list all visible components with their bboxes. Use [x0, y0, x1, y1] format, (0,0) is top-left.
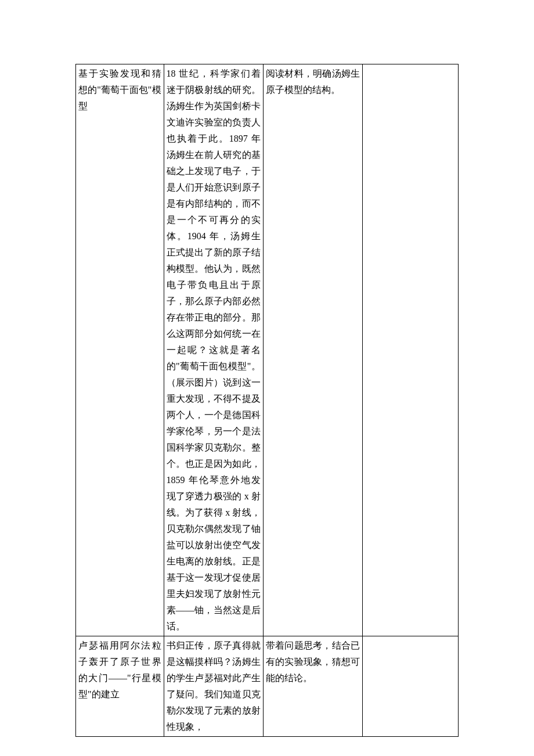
table-row: 基于实验发现和猜想的"葡萄干面包"模型 18 世纪，科学家们着迷于阴极射线的研究… [76, 64, 459, 636]
cell-topic: 基于实验发现和猜想的"葡萄干面包"模型 [76, 64, 164, 636]
cell-notes [363, 64, 459, 636]
lesson-table: 基于实验发现和猜想的"葡萄干面包"模型 18 世纪，科学家们着迷于阴极射线的研究… [75, 64, 459, 737]
cell-text: 卢瑟福用阿尔法粒子轰开了原子世界的大门——"行星模型"的建立 [78, 638, 161, 703]
table-row: 卢瑟福用阿尔法粒子轰开了原子世界的大门——"行星模型"的建立 书归正传，原子真得… [76, 636, 459, 737]
cell-text: 阅读材料，明确汤姆生原子模型的结构。 [266, 66, 360, 98]
document-page: 基于实验发现和猜想的"葡萄干面包"模型 18 世纪，科学家们着迷于阴极射线的研究… [0, 0, 534, 756]
cell-topic: 卢瑟福用阿尔法粒子轰开了原子世界的大门——"行星模型"的建立 [76, 636, 164, 737]
cell-text: 18 世纪，科学家们着迷于阴极射线的研究。汤姆生作为英国剑桥卡文迪许实验室的负责… [167, 66, 261, 635]
cell-teacher-activity: 书归正传，原子真得就是这幅摸样吗？汤姆生的学生卢瑟福对此产生了疑问。我们知道贝克… [164, 636, 263, 737]
cell-text: 书归正传，原子真得就是这幅摸样吗？汤姆生的学生卢瑟福对此产生了疑问。我们知道贝克… [167, 638, 261, 735]
cell-text: 基于实验发现和猜想的"葡萄干面包"模型 [78, 66, 161, 114]
cell-student-activity: 带着问题思考，结合已有的实验现象，猜想可能的结论。 [263, 636, 362, 737]
cell-student-activity: 阅读材料，明确汤姆生原子模型的结构。 [263, 64, 362, 636]
cell-text: 带着问题思考，结合已有的实验现象，猜想可能的结论。 [266, 638, 360, 686]
cell-notes [363, 636, 459, 737]
cell-teacher-activity: 18 世纪，科学家们着迷于阴极射线的研究。汤姆生作为英国剑桥卡文迪许实验室的负责… [164, 64, 263, 636]
